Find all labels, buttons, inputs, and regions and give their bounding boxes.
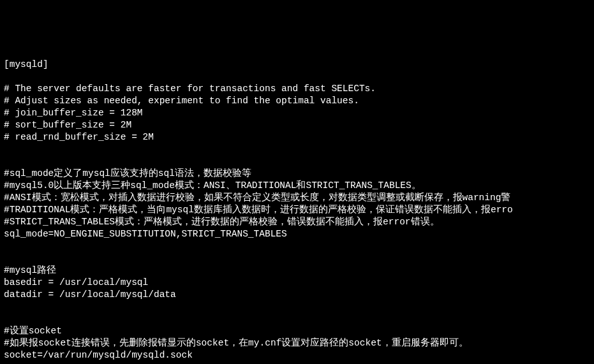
config-line: #ANSI模式：宽松模式，对插入数据进行校验，如果不符合定义类型或长度，对数据类…	[4, 192, 590, 204]
config-line: [mysqld]	[4, 59, 590, 71]
config-line	[4, 361, 590, 364]
config-line: # The server defaults are faster for tra…	[4, 83, 590, 95]
config-line: sql_mode=NO_ENGINE_SUBSTITUTION,STRICT_T…	[4, 228, 590, 240]
config-file-content: [mysqld] # The server defaults are faste…	[4, 59, 590, 364]
config-line: #STRICT_TRANS_TABLES模式：严格模式，进行数据的严格校验，错误…	[4, 216, 590, 228]
config-line: #TRADITIONAL模式：严格模式，当向mysql数据库插入数据时，进行数据…	[4, 204, 590, 216]
config-line	[4, 143, 590, 156]
config-line: #mysql5.0以上版本支持三种sql_mode模式：ANSI、TRADITI…	[4, 180, 590, 192]
config-line: socket=/var/run/mysqld/mysqld.sock	[4, 349, 590, 361]
config-line	[4, 252, 590, 265]
config-line: # Adjust sizes as needed, experiment to …	[4, 95, 590, 107]
config-line: #mysql路径	[4, 265, 590, 277]
config-line	[4, 313, 590, 325]
config-line: # join_buffer_size = 128M	[4, 107, 590, 119]
config-line	[4, 301, 590, 313]
config-line	[4, 240, 590, 252]
config-line	[4, 156, 590, 168]
config-line: #如果报socket连接错误，先删除报错显示的socket，在my.cnf设置对…	[4, 337, 590, 349]
config-line: datadir = /usr/local/mysql/data	[4, 289, 590, 301]
config-line	[4, 71, 590, 83]
config-line: # read_rnd_buffer_size = 2M	[4, 131, 590, 143]
config-line: #sql_mode定义了mysql应该支持的sql语法，数据校验等	[4, 168, 590, 180]
config-line: basedir = /usr/local/mysql	[4, 277, 590, 289]
config-line: #设置socket	[4, 325, 590, 337]
config-line: # sort_buffer_size = 2M	[4, 119, 590, 131]
